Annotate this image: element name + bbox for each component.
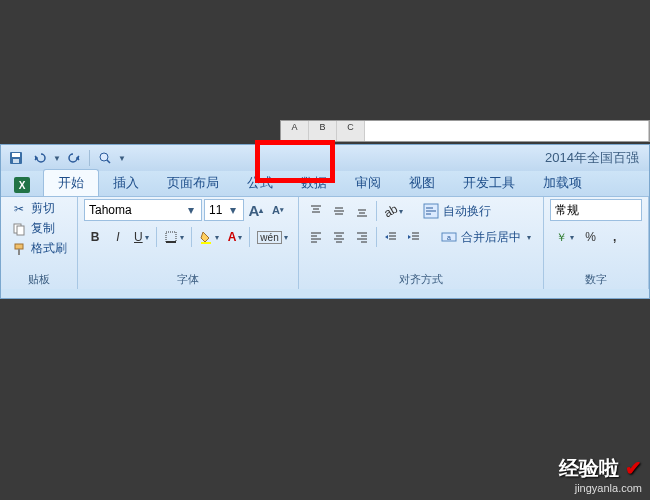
col-header: A (281, 121, 309, 141)
align-top-button[interactable] (305, 199, 327, 223)
svg-rect-2 (13, 159, 19, 163)
col-header: C (337, 121, 365, 141)
svg-text:￥: ￥ (555, 231, 566, 243)
save-button[interactable] (5, 147, 27, 169)
tab-addins[interactable]: 加载项 (529, 170, 596, 196)
check-icon: ✔ (625, 457, 642, 479)
quick-access-toolbar: ▼ ▼ (5, 147, 126, 169)
tab-page-layout[interactable]: 页面布局 (153, 170, 233, 196)
font-name-value: Tahoma (89, 203, 185, 217)
tab-formulas[interactable]: 公式 (233, 170, 287, 196)
svg-rect-13 (201, 242, 211, 244)
font-size-combo[interactable]: 11 ▾ (204, 199, 244, 221)
col-header: B (309, 121, 337, 141)
ribbon-tabs: X 开始 插入 页面布局 公式 数据 审阅 视图 开发工具 加载项 (1, 171, 649, 197)
watermark-text: 经验啦 (559, 457, 619, 479)
watermark: 经验啦 ✔ jingyanla.com (559, 455, 642, 494)
redo-button[interactable] (63, 147, 85, 169)
italic-button[interactable]: I (107, 225, 129, 249)
number-group: 常规 ￥ ▾ % , 数字 (544, 197, 649, 289)
merge-icon: a (441, 229, 457, 245)
svg-rect-9 (15, 244, 23, 249)
font-size-value: 11 (209, 203, 227, 217)
percent-button[interactable]: % (580, 225, 602, 249)
grow-font-button[interactable]: A▴ (246, 200, 266, 220)
fill-color-button[interactable]: ▾ (195, 225, 223, 249)
svg-rect-10 (18, 249, 20, 255)
accounting-format-button[interactable]: ￥ ▾ (550, 225, 578, 249)
tab-view[interactable]: 视图 (395, 170, 449, 196)
tab-developer[interactable]: 开发工具 (449, 170, 529, 196)
wrap-text-button[interactable]: 自动换行 (417, 201, 497, 222)
number-group-label: 数字 (550, 270, 642, 289)
shrink-font-button[interactable]: A▾ (268, 200, 288, 220)
clipboard-group: ✂ 剪切 复制 格式刷 (1, 197, 78, 289)
clipboard-group-label: 贴板 (7, 270, 71, 289)
watermark-url: jingyanla.com (559, 482, 642, 494)
align-right-button[interactable] (351, 225, 373, 249)
cell (365, 121, 649, 141)
svg-point-3 (100, 153, 108, 161)
qat-customize-icon[interactable]: ▼ (118, 154, 126, 163)
align-middle-button[interactable] (328, 199, 350, 223)
align-left-button[interactable] (305, 225, 327, 249)
phonetic-button[interactable]: wén ▾ (253, 225, 291, 249)
tab-insert[interactable]: 插入 (99, 170, 153, 196)
tab-data[interactable]: 数据 (287, 170, 341, 196)
undo-button[interactable] (29, 147, 51, 169)
cut-button[interactable]: ✂ 剪切 (7, 199, 71, 218)
svg-rect-11 (166, 232, 176, 242)
tab-home[interactable]: 开始 (43, 169, 99, 196)
copy-button[interactable]: 复制 (7, 219, 71, 238)
svg-rect-1 (12, 153, 20, 157)
underline-button[interactable]: U▾ (130, 225, 153, 249)
number-format-value: 常规 (555, 202, 637, 219)
orientation-button[interactable]: ab▾ (380, 199, 407, 223)
decrease-indent-button[interactable] (380, 225, 402, 249)
paintbrush-icon (11, 241, 27, 257)
alignment-group-label: 对齐方式 (305, 270, 537, 289)
currency-icon: ￥ (554, 230, 568, 244)
ribbon: ✂ 剪切 复制 格式刷 (1, 197, 649, 289)
svg-line-4 (107, 160, 110, 163)
copy-icon (11, 221, 27, 237)
format-painter-label: 格式刷 (31, 240, 67, 257)
increase-indent-button[interactable] (403, 225, 425, 249)
font-group-label: 字体 (84, 270, 292, 289)
window-title: 2014年全国百强 (126, 149, 645, 167)
bold-button[interactable]: B (84, 225, 106, 249)
svg-rect-8 (17, 226, 24, 235)
chevron-down-icon: ▾ (227, 203, 239, 217)
comma-style-button[interactable]: , (604, 225, 626, 249)
wrap-label: 自动换行 (443, 203, 491, 220)
office-button[interactable]: X (7, 174, 37, 196)
svg-text:a: a (447, 234, 451, 241)
scissors-icon: ✂ (11, 201, 27, 217)
align-bottom-button[interactable] (351, 199, 373, 223)
font-name-combo[interactable]: Tahoma ▾ (84, 199, 202, 221)
title-bar: ▼ ▼ 2014年全国百强 (1, 145, 649, 171)
font-color-button[interactable]: A ▾ (224, 225, 247, 249)
svg-text:X: X (19, 180, 26, 191)
alignment-group: ab▾ 自动换行 a 合 (299, 197, 544, 289)
print-preview-button[interactable] (94, 147, 116, 169)
wrap-icon (423, 203, 439, 219)
merge-label: 合并后居中 (461, 229, 521, 246)
tab-review[interactable]: 审阅 (341, 170, 395, 196)
number-format-combo[interactable]: 常规 (550, 199, 642, 221)
font-group: Tahoma ▾ 11 ▾ A▴ A▾ B I U▾ (78, 197, 299, 289)
format-painter-button[interactable]: 格式刷 (7, 239, 71, 258)
merge-center-button[interactable]: a 合并后居中 ▾ (435, 227, 537, 248)
copy-label: 复制 (31, 220, 55, 237)
cut-label: 剪切 (31, 200, 55, 217)
chevron-down-icon: ▾ (185, 203, 197, 217)
undo-dropdown-icon[interactable]: ▼ (53, 154, 61, 163)
excel-window: ▼ ▼ 2014年全国百强 X 开始 插入 页面布局 公式 数据 审阅 视图 开… (0, 144, 650, 299)
align-center-button[interactable] (328, 225, 350, 249)
border-button[interactable]: ▾ (160, 225, 188, 249)
spreadsheet-peek: A B C (280, 120, 650, 142)
